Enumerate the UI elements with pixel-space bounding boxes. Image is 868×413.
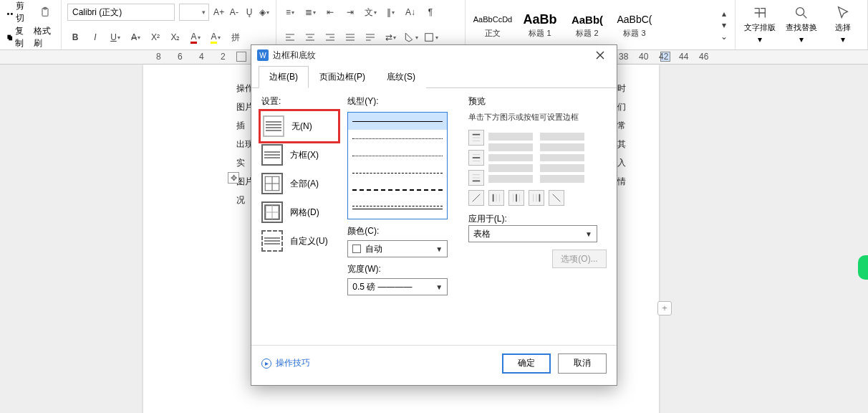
style-scroll[interactable]: ▴▾⌄	[719, 9, 729, 42]
setting-custom[interactable]: 自定义(U)	[261, 227, 337, 255]
preview-canvas[interactable]	[488, 130, 584, 186]
align-left-button[interactable]	[282, 29, 298, 45]
font-color-button[interactable]: A▾	[188, 29, 203, 45]
clear-format-button[interactable]: ◈▾	[259, 4, 270, 20]
dialog-tabs: 边框(B) 页面边框(P) 底纹(S)	[251, 65, 617, 88]
underline-button[interactable]: U▾	[107, 29, 123, 45]
decrease-font-button[interactable]: A-	[228, 4, 239, 20]
setting-all[interactable]: 全部(A)	[261, 169, 337, 198]
font-size-input[interactable]	[180, 4, 198, 20]
preview-top-border-button[interactable]	[468, 130, 484, 146]
ok-button[interactable]: 确定	[502, 353, 551, 374]
preview-right-border-button[interactable]	[529, 190, 544, 206]
preview-left-border-button[interactable]	[488, 190, 504, 206]
tab-border[interactable]: 边框(B)	[259, 66, 309, 88]
align-right-button[interactable]	[322, 29, 338, 45]
app-icon: W	[257, 49, 269, 61]
show-marks-button[interactable]: ¶	[423, 4, 438, 20]
text-layout-button[interactable]: 文字排版▾	[741, 5, 778, 44]
strikethrough-button[interactable]: A̶▾	[127, 29, 143, 45]
line-spacing-button[interactable]: ‖▾	[382, 4, 398, 20]
align-center-button[interactable]	[302, 29, 318, 45]
style-sample[interactable]: AaBbC(标题 3	[613, 11, 656, 39]
format-painter-button[interactable]: 格式刷	[34, 25, 55, 49]
chevron-down-icon: ▼	[435, 283, 443, 291]
phonetic-button[interactable]: 拼	[228, 29, 243, 45]
style-gallery[interactable]: AaBbCcDd正文AaBb标题 1AaBb(标题 2AaBbC(标题 3	[471, 11, 656, 39]
superscript-button[interactable]: X²	[148, 29, 163, 45]
line-style-option[interactable]	[348, 130, 447, 147]
borders-button[interactable]: ▾	[423, 29, 438, 45]
tips-link[interactable]: ▸操作技巧	[261, 357, 310, 369]
preview-vmiddle-border-button[interactable]	[508, 190, 524, 206]
increase-indent-button[interactable]: ⇥	[342, 4, 358, 20]
change-case-button[interactable]: Ų	[244, 4, 255, 20]
ruler-mark: 6	[178, 52, 183, 62]
ruler-mark: 4	[199, 52, 204, 62]
dialog-titlebar[interactable]: W 边框和底纹	[251, 45, 617, 65]
font-name-combo[interactable]: ▾	[67, 4, 175, 21]
font-size-combo[interactable]: ▾	[179, 4, 209, 21]
preview-bottom-border-button[interactable]	[468, 170, 484, 186]
setting-grid[interactable]: 网格(D)	[261, 198, 337, 227]
decrease-indent-button[interactable]: ⇤	[322, 4, 338, 20]
justify-button[interactable]	[342, 29, 358, 45]
paragraph-group: ≡▾ ≣▾ ⇤ ⇥ 文▾ ‖▾ A↓ ¶ ⇄▾ ▾ ▾	[276, 0, 466, 49]
line-style-option[interactable]	[348, 181, 447, 199]
svg-point-0	[7, 13, 9, 15]
style-sample[interactable]: AaBb(标题 2	[566, 11, 609, 39]
ruler-mark: 2	[221, 52, 226, 62]
setting-box[interactable]: 方框(X)	[261, 141, 337, 169]
cut-button[interactable]: 剪切	[6, 0, 30, 24]
bullets-button[interactable]: ≡▾	[282, 4, 298, 20]
table-move-handle[interactable]: ✥	[228, 172, 239, 184]
tab-page-border[interactable]: 页面边框(P)	[309, 66, 376, 88]
copy-button[interactable]: 复制	[6, 25, 29, 49]
tab-stop-icon[interactable]	[236, 52, 246, 62]
color-label: 颜色(C):	[347, 225, 458, 237]
width-label: 宽度(W):	[347, 263, 458, 275]
cancel-button[interactable]: 取消	[558, 353, 607, 374]
table-add-button[interactable]: +	[657, 301, 672, 315]
line-style-list[interactable]	[347, 112, 448, 219]
preview-column: 预览 单击下方图示或按钮可设置边框	[468, 95, 607, 338]
line-style-option[interactable]	[348, 199, 447, 216]
select-button[interactable]: 选择▾	[824, 5, 862, 44]
color-combo[interactable]: 自动▼	[347, 240, 448, 257]
tab-shading[interactable]: 底纹(S)	[376, 66, 426, 88]
line-style-option[interactable]	[348, 216, 447, 219]
tab-button[interactable]: ⇄▾	[382, 29, 398, 45]
settings-column: 设置: 无(N) 方框(X) 全部(A) 网格(D)	[261, 95, 337, 338]
chevron-down-icon[interactable]: ▾	[198, 9, 208, 16]
editing-group: 文字排版▾ 查找替换▾ 选择▾	[736, 0, 868, 49]
subscript-button[interactable]: X₂	[168, 29, 183, 45]
shading-button[interactable]: ▾	[402, 29, 418, 45]
line-style-option[interactable]	[348, 164, 447, 181]
preview-diag2-button[interactable]	[549, 190, 564, 206]
style-sample[interactable]: AaBbCcDd正文	[471, 11, 514, 39]
ruler-mark: 8	[156, 52, 161, 62]
sort-button[interactable]: A↓	[402, 4, 418, 20]
line-style-option[interactable]	[348, 113, 447, 130]
increase-font-button[interactable]: A+	[213, 4, 224, 20]
text-direction-button[interactable]: 文▾	[362, 4, 378, 20]
highlight-button[interactable]: A▾	[208, 29, 223, 45]
close-button[interactable]	[589, 47, 611, 64]
style-sample[interactable]: AaBb标题 1	[519, 11, 561, 39]
setting-none[interactable]: 无(N)	[261, 112, 337, 141]
width-combo[interactable]: 0.5 磅 ————▼	[347, 278, 448, 295]
apply-to-combo[interactable]: 表格▼	[468, 225, 597, 242]
bold-button[interactable]: B	[67, 29, 83, 45]
side-panel-toggle[interactable]	[858, 255, 868, 280]
preview-diag1-button[interactable]	[468, 190, 484, 206]
preview-hmiddle-border-button[interactable]	[468, 150, 484, 166]
numbering-button[interactable]: ≣▾	[302, 4, 318, 20]
svg-rect-5	[9, 37, 12, 41]
distribute-button[interactable]	[362, 29, 378, 45]
paste-button[interactable]	[34, 4, 55, 20]
line-style-option[interactable]	[348, 147, 447, 164]
font-name-input[interactable]	[68, 4, 184, 20]
find-replace-button[interactable]: 查找替换▾	[783, 5, 820, 44]
italic-button[interactable]: I	[87, 29, 103, 45]
options-button: 选项(O)...	[552, 250, 607, 268]
